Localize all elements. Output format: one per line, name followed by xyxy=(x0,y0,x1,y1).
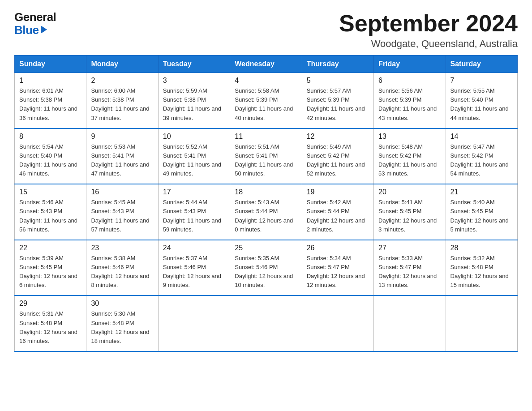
day-number: 8 xyxy=(19,133,82,141)
day-number: 28 xyxy=(450,244,513,252)
location-title: Woodgate, Queensland, Australia xyxy=(339,38,518,50)
calendar-cell: 16 Sunrise: 5:45 AMSunset: 5:43 PMDaylig… xyxy=(86,184,158,240)
day-info: Sunrise: 5:57 AMSunset: 5:39 PMDaylight:… xyxy=(307,87,365,121)
day-info: Sunrise: 5:31 AMSunset: 5:48 PMDaylight:… xyxy=(19,310,77,344)
calendar-cell: 14 Sunrise: 5:47 AMSunset: 5:42 PMDaylig… xyxy=(446,128,517,184)
calendar-cell xyxy=(374,295,446,351)
calendar-cell xyxy=(446,295,517,351)
calendar-cell: 18 Sunrise: 5:43 AMSunset: 5:44 PMDaylig… xyxy=(230,184,302,240)
calendar-cell: 4 Sunrise: 5:58 AMSunset: 5:39 PMDayligh… xyxy=(230,73,302,128)
day-info: Sunrise: 5:55 AMSunset: 5:40 PMDaylight:… xyxy=(450,87,509,121)
day-number: 24 xyxy=(163,244,225,252)
header-sunday: Sunday xyxy=(15,56,86,73)
day-info: Sunrise: 5:33 AMSunset: 5:47 PMDaylight:… xyxy=(378,255,437,288)
day-info: Sunrise: 5:34 AMSunset: 5:47 PMDaylight:… xyxy=(307,255,365,288)
day-info: Sunrise: 5:30 AMSunset: 5:48 PMDaylight:… xyxy=(91,310,149,344)
day-info: Sunrise: 5:49 AMSunset: 5:42 PMDaylight:… xyxy=(307,143,365,177)
calendar-cell: 19 Sunrise: 5:42 AMSunset: 5:44 PMDaylig… xyxy=(302,184,373,240)
calendar-cell: 24 Sunrise: 5:37 AMSunset: 5:46 PMDaylig… xyxy=(158,240,230,296)
calendar-cell: 7 Sunrise: 5:55 AMSunset: 5:40 PMDayligh… xyxy=(446,73,517,128)
day-number: 6 xyxy=(378,77,441,85)
calendar-week-row: 15 Sunrise: 5:46 AMSunset: 5:43 PMDaylig… xyxy=(15,184,518,240)
month-title: September 2024 xyxy=(339,11,518,36)
day-number: 21 xyxy=(450,188,513,196)
day-info: Sunrise: 5:53 AMSunset: 5:41 PMDaylight:… xyxy=(91,143,149,177)
calendar-cell: 25 Sunrise: 5:35 AMSunset: 5:46 PMDaylig… xyxy=(230,240,302,296)
calendar-week-row: 8 Sunrise: 5:54 AMSunset: 5:40 PMDayligh… xyxy=(15,128,518,184)
day-number: 12 xyxy=(307,133,369,141)
calendar-cell: 27 Sunrise: 5:33 AMSunset: 5:47 PMDaylig… xyxy=(374,240,446,296)
calendar-cell: 2 Sunrise: 6:00 AMSunset: 5:38 PMDayligh… xyxy=(86,73,158,128)
day-info: Sunrise: 5:48 AMSunset: 5:42 PMDaylight:… xyxy=(378,143,437,177)
header-wednesday: Wednesday xyxy=(230,56,302,73)
calendar-table: SundayMondayTuesdayWednesdayThursdayFrid… xyxy=(14,55,518,352)
day-number: 9 xyxy=(91,133,153,141)
day-number: 3 xyxy=(163,77,225,85)
calendar-cell: 28 Sunrise: 5:32 AMSunset: 5:48 PMDaylig… xyxy=(446,240,517,296)
day-number: 20 xyxy=(378,188,441,196)
day-info: Sunrise: 5:59 AMSunset: 5:38 PMDaylight:… xyxy=(163,87,221,121)
calendar-cell: 1 Sunrise: 6:01 AMSunset: 5:38 PMDayligh… xyxy=(15,73,86,128)
day-info: Sunrise: 5:47 AMSunset: 5:42 PMDaylight:… xyxy=(450,143,509,177)
day-number: 30 xyxy=(91,300,153,308)
calendar-cell xyxy=(230,295,302,351)
day-number: 4 xyxy=(235,77,297,85)
calendar-cell: 20 Sunrise: 5:41 AMSunset: 5:45 PMDaylig… xyxy=(374,184,446,240)
calendar-cell: 26 Sunrise: 5:34 AMSunset: 5:47 PMDaylig… xyxy=(302,240,373,296)
calendar-cell: 23 Sunrise: 5:38 AMSunset: 5:46 PMDaylig… xyxy=(86,240,158,296)
day-number: 5 xyxy=(307,77,369,85)
calendar-week-row: 22 Sunrise: 5:39 AMSunset: 5:45 PMDaylig… xyxy=(15,240,518,296)
header-tuesday: Tuesday xyxy=(158,56,230,73)
day-number: 17 xyxy=(163,188,225,196)
day-number: 15 xyxy=(19,188,82,196)
day-info: Sunrise: 5:54 AMSunset: 5:40 PMDaylight:… xyxy=(19,143,77,177)
calendar-cell: 11 Sunrise: 5:51 AMSunset: 5:41 PMDaylig… xyxy=(230,128,302,184)
day-number: 29 xyxy=(19,300,82,308)
calendar-cell: 13 Sunrise: 5:48 AMSunset: 5:42 PMDaylig… xyxy=(374,128,446,184)
day-info: Sunrise: 6:01 AMSunset: 5:38 PMDaylight:… xyxy=(19,87,77,121)
day-info: Sunrise: 5:45 AMSunset: 5:43 PMDaylight:… xyxy=(91,199,149,232)
day-info: Sunrise: 5:51 AMSunset: 5:41 PMDaylight:… xyxy=(235,143,293,177)
day-number: 11 xyxy=(235,133,297,141)
day-info: Sunrise: 5:40 AMSunset: 5:45 PMDaylight:… xyxy=(450,199,509,232)
calendar-cell: 9 Sunrise: 5:53 AMSunset: 5:41 PMDayligh… xyxy=(86,128,158,184)
calendar-cell xyxy=(158,295,230,351)
day-number: 18 xyxy=(235,188,297,196)
logo: General Blue xyxy=(14,11,56,36)
day-info: Sunrise: 5:43 AMSunset: 5:44 PMDaylight:… xyxy=(235,199,293,232)
day-number: 19 xyxy=(307,188,369,196)
logo-blue-row: Blue xyxy=(14,24,47,37)
title-block: September 2024 Woodgate, Queensland, Aus… xyxy=(339,11,518,50)
logo-arrow-icon xyxy=(41,26,47,34)
day-number: 23 xyxy=(91,244,153,252)
calendar-cell: 15 Sunrise: 5:46 AMSunset: 5:43 PMDaylig… xyxy=(15,184,86,240)
header-monday: Monday xyxy=(86,56,158,73)
header-friday: Friday xyxy=(374,56,446,73)
day-info: Sunrise: 5:35 AMSunset: 5:46 PMDaylight:… xyxy=(235,255,293,288)
logo-blue-text: Blue xyxy=(14,24,39,37)
day-number: 26 xyxy=(307,244,369,252)
day-info: Sunrise: 5:41 AMSunset: 5:45 PMDaylight:… xyxy=(378,199,437,232)
day-number: 27 xyxy=(378,244,441,252)
calendar-cell xyxy=(302,295,373,351)
day-number: 14 xyxy=(450,133,513,141)
calendar-cell: 22 Sunrise: 5:39 AMSunset: 5:45 PMDaylig… xyxy=(15,240,86,296)
day-info: Sunrise: 5:38 AMSunset: 5:46 PMDaylight:… xyxy=(91,255,149,288)
day-number: 1 xyxy=(19,77,82,85)
calendar-cell: 3 Sunrise: 5:59 AMSunset: 5:38 PMDayligh… xyxy=(158,73,230,128)
day-number: 2 xyxy=(91,77,153,85)
day-info: Sunrise: 5:52 AMSunset: 5:41 PMDaylight:… xyxy=(163,143,221,177)
calendar-week-row: 1 Sunrise: 6:01 AMSunset: 5:38 PMDayligh… xyxy=(15,73,518,128)
calendar-cell: 5 Sunrise: 5:57 AMSunset: 5:39 PMDayligh… xyxy=(302,73,373,128)
calendar-cell: 6 Sunrise: 5:56 AMSunset: 5:39 PMDayligh… xyxy=(374,73,446,128)
page-header: General Blue September 2024 Woodgate, Qu… xyxy=(14,11,518,50)
day-info: Sunrise: 5:44 AMSunset: 5:43 PMDaylight:… xyxy=(163,199,221,232)
calendar-cell: 21 Sunrise: 5:40 AMSunset: 5:45 PMDaylig… xyxy=(446,184,517,240)
day-info: Sunrise: 5:37 AMSunset: 5:46 PMDaylight:… xyxy=(163,255,221,288)
header-thursday: Thursday xyxy=(302,56,373,73)
day-number: 16 xyxy=(91,188,153,196)
day-info: Sunrise: 5:58 AMSunset: 5:39 PMDaylight:… xyxy=(235,87,293,121)
day-number: 25 xyxy=(235,244,297,252)
day-info: Sunrise: 5:56 AMSunset: 5:39 PMDaylight:… xyxy=(378,87,437,121)
calendar-cell: 10 Sunrise: 5:52 AMSunset: 5:41 PMDaylig… xyxy=(158,128,230,184)
